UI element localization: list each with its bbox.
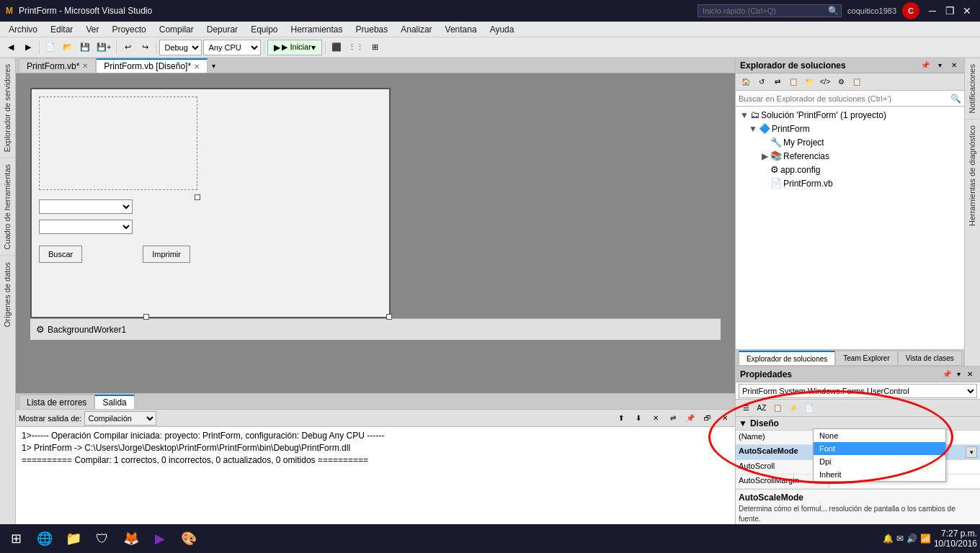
menu-compilar[interactable]: Compilar bbox=[153, 23, 200, 36]
se-files-btn[interactable]: 📁 bbox=[802, 75, 816, 89]
tab-error-list[interactable]: Lista de errores bbox=[19, 395, 94, 409]
props-event-btn[interactable]: ⚡ bbox=[786, 401, 801, 415]
cpu-dropdown[interactable]: Any CPU bbox=[203, 40, 261, 55]
se-settings-btn[interactable]: ⚙ bbox=[834, 75, 848, 89]
align-btn[interactable]: ⊞ bbox=[368, 40, 383, 55]
start-btn[interactable]: ▶ ▶ Iniciar ▾ bbox=[267, 40, 321, 55]
props-dropdown-btn[interactable]: ▾ bbox=[953, 369, 964, 380]
tab-close-1[interactable]: ✕ bbox=[194, 63, 200, 71]
se-code-btn[interactable]: </> bbox=[818, 75, 832, 89]
taskbar-firefox[interactable]: 🦊 bbox=[118, 526, 144, 552]
output-up-btn[interactable]: ⬆ bbox=[614, 411, 628, 426]
menu-pruebas[interactable]: Pruebas bbox=[350, 23, 394, 36]
output-pin-btn[interactable]: 📌 bbox=[683, 411, 698, 426]
output-clear-btn[interactable]: ✕ bbox=[649, 411, 663, 426]
minimize-button[interactable]: ─ bbox=[925, 4, 940, 18]
tree-project[interactable]: ▼ 🔷 PrintForm bbox=[737, 122, 963, 135]
start-button[interactable]: ⊞ bbox=[3, 526, 29, 552]
menu-equipo[interactable]: Equipo bbox=[245, 23, 283, 36]
taskbar-vs[interactable]: ▶ bbox=[147, 526, 173, 552]
props-cat-btn[interactable]: ☰ bbox=[739, 401, 753, 415]
menu-editar[interactable]: Editar bbox=[45, 23, 79, 36]
props-pin-btn[interactable]: 📌 bbox=[941, 369, 953, 380]
tree-my-project[interactable]: 🔧 My Project bbox=[737, 135, 963, 149]
output-wrap-btn[interactable]: ⇌ bbox=[666, 411, 680, 426]
taskbar-paint[interactable]: 🎨 bbox=[176, 526, 202, 552]
output-close-btn[interactable]: ✕ bbox=[718, 411, 732, 426]
resize-handle-bl[interactable] bbox=[143, 314, 149, 320]
dropdown-option-font[interactable]: Font bbox=[814, 442, 945, 455]
se-dropdown-btn[interactable]: ▾ bbox=[934, 60, 945, 71]
se-home-btn[interactable]: 🏠 bbox=[739, 75, 753, 89]
dropdown-option-none[interactable]: None bbox=[814, 429, 945, 442]
props-prop-btn[interactable]: 📋 bbox=[770, 401, 785, 415]
se-close-btn[interactable]: ✕ bbox=[948, 60, 960, 71]
redo-btn[interactable]: ↪ bbox=[137, 40, 153, 55]
search-box[interactable]: 🔍 bbox=[698, 4, 842, 17]
se-prop-btn[interactable]: 📋 bbox=[850, 75, 864, 89]
notifications-tab[interactable]: Notificaciones bbox=[965, 58, 980, 119]
open-btn[interactable]: 📂 bbox=[60, 40, 76, 55]
diagnostics-tab[interactable]: Herramientas de diagnóstico bbox=[965, 119, 980, 232]
format-btn[interactable]: ⋮⋮ bbox=[346, 40, 366, 55]
back-btn[interactable]: ◀ bbox=[3, 40, 19, 55]
se-tab-classes[interactable]: Vista de clases bbox=[898, 351, 962, 365]
combo2[interactable] bbox=[39, 220, 133, 234]
menu-depurar[interactable]: Depurar bbox=[201, 23, 244, 36]
close-button[interactable]: ✕ bbox=[960, 4, 974, 18]
menu-ventana[interactable]: Ventana bbox=[440, 23, 483, 36]
save-btn[interactable]: 💾 bbox=[77, 40, 93, 55]
quick-launch-input[interactable] bbox=[698, 4, 842, 17]
props-object-dropdown[interactable]: PrintForm System.Windows.Forms.UserContr… bbox=[739, 384, 977, 398]
menu-analizar[interactable]: Analizar bbox=[395, 23, 437, 36]
props-pages-btn[interactable]: 📄 bbox=[802, 401, 816, 415]
tab-printform-vb[interactable]: PrintForm.vb* ✕ bbox=[19, 58, 96, 73]
resize-handle-br[interactable] bbox=[386, 314, 392, 320]
autoscalemode-dropdown-btn[interactable]: ▾ bbox=[966, 446, 977, 458]
props-close-btn[interactable]: ✕ bbox=[964, 369, 976, 380]
new-project-btn[interactable]: 📄 bbox=[43, 40, 58, 55]
menu-archivo[interactable]: Archivo bbox=[3, 23, 43, 36]
start-dropdown-icon[interactable]: ▾ bbox=[311, 42, 316, 53]
se-copy-btn[interactable]: 📋 bbox=[786, 75, 801, 89]
se-tab-explorer[interactable]: Explorador de soluciones bbox=[739, 351, 835, 365]
dropdown-option-dpi[interactable]: Dpi bbox=[814, 455, 945, 468]
output-source-dropdown[interactable]: Compilación bbox=[84, 411, 156, 426]
se-search-input[interactable] bbox=[739, 94, 950, 103]
imprimir-button[interactable]: Imprimir bbox=[143, 246, 190, 263]
dropdown-option-inherit[interactable]: Inherit bbox=[814, 468, 945, 481]
se-pin-btn[interactable]: 📌 bbox=[919, 60, 931, 71]
tree-app-config[interactable]: ⚙ app.config bbox=[737, 163, 963, 176]
tab-menu-btn[interactable]: ▾ bbox=[208, 58, 219, 73]
props-alpha-btn[interactable]: AZ bbox=[754, 401, 769, 415]
output-float-btn[interactable]: 🗗 bbox=[700, 411, 715, 426]
output-down-btn[interactable]: ⬇ bbox=[631, 411, 646, 426]
taskbar-ie[interactable]: 🌐 bbox=[32, 526, 58, 552]
toolbox-tab[interactable]: Cuadro de herramientas bbox=[0, 158, 15, 256]
restore-button[interactable]: ❐ bbox=[943, 4, 957, 18]
se-sync-btn[interactable]: ⇄ bbox=[770, 75, 785, 89]
tree-printform-vb[interactable]: 📄 PrintForm.vb bbox=[737, 176, 963, 190]
resize-handle-inner[interactable] bbox=[195, 194, 200, 200]
menu-proyecto[interactable]: Proyecto bbox=[106, 23, 151, 36]
se-tab-team[interactable]: Team Explorer bbox=[835, 351, 897, 365]
server-explorer-tab[interactable]: Explorador de servidores bbox=[0, 58, 15, 158]
taskbar-explorer[interactable]: 📁 bbox=[61, 526, 86, 552]
data-sources-tab[interactable]: Orígenes de datos bbox=[0, 256, 15, 333]
taskbar-defender[interactable]: 🛡 bbox=[89, 526, 115, 552]
se-refresh-btn[interactable]: ↺ bbox=[754, 75, 769, 89]
buscar-button[interactable]: Buscar bbox=[39, 246, 82, 263]
menu-herramientas[interactable]: Herramientas bbox=[285, 23, 349, 36]
combo1[interactable] bbox=[39, 199, 133, 214]
breakpoint-btn[interactable]: ⬛ bbox=[329, 40, 344, 55]
debug-config-dropdown[interactable]: Debug bbox=[159, 40, 202, 55]
tab-printform-design[interactable]: PrintForm.vb [Diseño]* ✕ bbox=[96, 58, 208, 73]
tree-references[interactable]: ▶ 📚 Referencias bbox=[737, 149, 963, 163]
tree-solution[interactable]: ▼ 🗂 Solución 'PrintForm' (1 proyecto) bbox=[737, 108, 963, 122]
forward-btn[interactable]: ▶ bbox=[20, 40, 36, 55]
menu-ayuda[interactable]: Ayuda bbox=[484, 23, 520, 36]
menu-ver[interactable]: Ver bbox=[80, 23, 104, 36]
tab-output[interactable]: Salida bbox=[94, 395, 134, 409]
undo-btn[interactable]: ↩ bbox=[120, 40, 135, 55]
tab-close-0[interactable]: ✕ bbox=[82, 62, 88, 70]
